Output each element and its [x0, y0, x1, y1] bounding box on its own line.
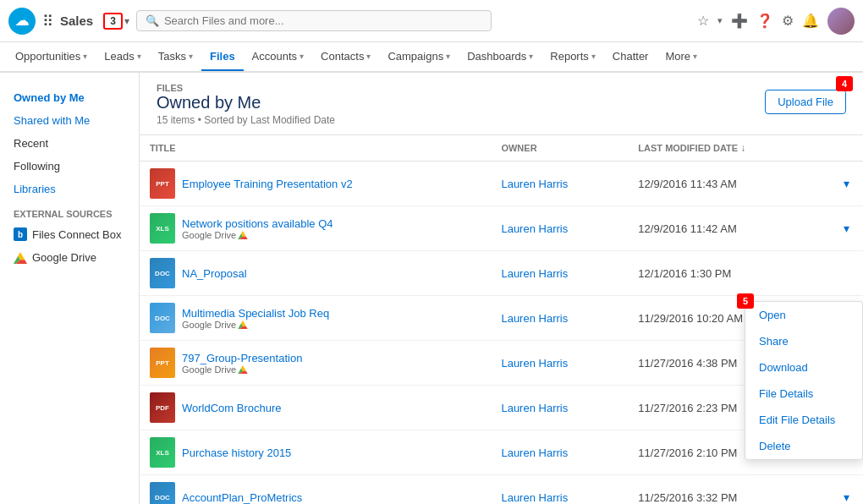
sidebar-files-connect-box[interactable]: b Files Connect Box [0, 222, 139, 246]
sidebar-item-recent[interactable]: Recent [0, 132, 139, 155]
chevron-down-icon: ▾ [300, 52, 304, 61]
file-owner[interactable]: Lauren Harris [501, 491, 568, 504]
content-header: FILES Owned by Me 15 items • Sorted by L… [140, 73, 863, 135]
file-name[interactable]: NA_Proposal [182, 267, 247, 280]
nav-contacts[interactable]: Contacts ▾ [312, 43, 379, 72]
chevron-down-icon: ▾ [137, 52, 141, 61]
sort-desc-icon: ↓ [740, 142, 745, 154]
file-name[interactable]: Multimedia Specialist Job Req [182, 307, 329, 320]
page-title: Owned by Me [157, 93, 335, 112]
google-drive-icon [14, 252, 27, 264]
sidebar-libraries[interactable]: Libraries [0, 178, 139, 200]
file-type-icon: XLS [150, 213, 175, 244]
search-bar[interactable]: 🔍 [136, 10, 492, 31]
sidebar-google-drive[interactable]: Google Drive [0, 246, 139, 269]
file-name[interactable]: AccountPlan_ProMetrics [182, 491, 302, 504]
file-date-cell: 12/1/2016 1:30 PM [628, 251, 829, 296]
file-type-icon: PPT [150, 168, 175, 199]
help-icon[interactable]: ❓ [756, 13, 773, 29]
nav-dashboards[interactable]: Dashboards ▾ [459, 43, 541, 72]
user-avatar[interactable] [827, 8, 855, 35]
file-cell: PDF WorldCom Brochure [150, 392, 481, 423]
file-name[interactable]: 797_Group-Presentation [182, 352, 302, 364]
file-title-cell: PPT Employee Training Presentation v2 [140, 162, 491, 206]
nav-files[interactable]: Files [201, 43, 244, 72]
table-row: PPT Employee Training Presentation v2 La… [140, 162, 863, 206]
nav-campaigns[interactable]: Campaigns ▾ [379, 43, 459, 72]
app-launcher[interactable]: ⠿ [42, 12, 53, 30]
file-owner-cell: Lauren Harris [491, 162, 628, 206]
star-icon[interactable]: ☆ [697, 13, 709, 29]
nav-accounts[interactable]: Accounts ▾ [244, 43, 312, 72]
chevron-down-icon: ▾ [83, 52, 87, 61]
context-menu-share[interactable]: Share [745, 328, 862, 354]
file-cell: DOC Multimedia Specialist Job Req Google… [150, 303, 481, 333]
file-owner[interactable]: Lauren Harris [501, 446, 568, 459]
file-name[interactable]: WorldCom Brochure [182, 402, 282, 414]
search-input[interactable] [164, 14, 482, 27]
file-title-group: Multimedia Specialist Job Req Google Dri… [182, 307, 329, 330]
file-date-cell: 11/25/2016 3:32 PM [628, 475, 829, 505]
nav-reports[interactable]: Reports ▾ [541, 43, 604, 72]
file-title-cell: DOC AccountPlan_ProMetrics [140, 475, 491, 505]
sidebar-item-owned-by-me[interactable]: Owned by Me [0, 86, 139, 109]
col-date[interactable]: LAST MODIFIED DATE ↓ [628, 135, 829, 162]
file-owner-cell: Lauren Harris [491, 341, 628, 386]
file-source: Google Drive [182, 320, 329, 330]
context-menu-download[interactable]: Download [745, 354, 862, 381]
file-title-group: WorldCom Brochure [182, 402, 282, 414]
add-icon[interactable]: ➕ [731, 13, 748, 29]
file-owner[interactable]: Lauren Harris [501, 357, 568, 370]
salesforce-logo[interactable]: ☁ [8, 8, 36, 35]
file-name[interactable]: Employee Training Presentation v2 [182, 178, 353, 190]
table-header-row: TITLE OWNER LAST MODIFIED DATE ↓ [140, 135, 863, 162]
nav-bar: Opportunities ▾ Leads ▾ Tasks ▾ Files Ac… [0, 42, 863, 73]
chevron-down-icon[interactable]: ▾ [844, 177, 849, 190]
nav-leads[interactable]: Leads ▾ [96, 43, 149, 72]
section-label: FILES [157, 83, 335, 93]
content-area: FILES Owned by Me 15 items • Sorted by L… [140, 73, 863, 504]
file-owner[interactable]: Lauren Harris [501, 312, 568, 325]
upload-area: 4 Upload File [765, 83, 846, 114]
file-title-cell: DOC Multimedia Specialist Job Req Google… [140, 296, 491, 341]
file-source: Google Drive [182, 230, 333, 240]
file-cell: XLS Network positions available Q4 Googl… [150, 213, 481, 244]
upload-file-button[interactable]: Upload File [765, 90, 846, 114]
row-dropdown[interactable]: ▾ [829, 162, 863, 206]
bell-icon[interactable]: 🔔 [802, 13, 819, 29]
file-name[interactable]: Purchase history 2015 [182, 446, 291, 459]
context-menu-edit-file-details[interactable]: Edit File Details [745, 407, 862, 433]
context-menu-open[interactable]: Open [745, 302, 862, 328]
chevron-down-icon[interactable]: ▾ [844, 490, 849, 504]
file-owner[interactable]: Lauren Harris [501, 222, 568, 235]
file-title-group: 797_Group-Presentation Google Drive [182, 352, 302, 375]
nav-chatter[interactable]: Chatter [604, 43, 657, 72]
file-name[interactable]: Network positions available Q4 [182, 217, 333, 230]
context-menu-file-details[interactable]: File Details [745, 381, 862, 407]
badge3-chevron[interactable]: ▾ [124, 15, 129, 27]
row-dropdown[interactable]: ▾ [829, 206, 863, 251]
file-owner[interactable]: Lauren Harris [501, 267, 568, 280]
file-title-cell: DOC NA_Proposal [140, 251, 491, 296]
sidebar-item-shared-with-me[interactable]: Shared with Me [0, 109, 139, 132]
badge-3-container: 3 ▾ [103, 13, 129, 30]
sidebar-item-following[interactable]: Following [0, 155, 139, 178]
settings-icon[interactable]: ⚙ [782, 13, 794, 29]
file-title-group: Network positions available Q4 Google Dr… [182, 217, 333, 240]
nav-opportunities[interactable]: Opportunities ▾ [7, 43, 96, 72]
star-dropdown-icon[interactable]: ▾ [717, 15, 723, 26]
file-date-cell: 12/9/2016 11:42 AM [628, 206, 829, 251]
chevron-down-icon[interactable]: ▾ [844, 222, 849, 235]
row-dropdown[interactable]: ▾ [829, 475, 863, 505]
file-type-icon: DOC [150, 303, 175, 333]
file-title-cell: XLS Network positions available Q4 Googl… [140, 206, 491, 251]
search-icon: 🔍 [146, 14, 159, 27]
file-owner[interactable]: Lauren Harris [501, 178, 568, 190]
file-owner[interactable]: Lauren Harris [501, 402, 568, 414]
nav-tasks[interactable]: Tasks ▾ [150, 43, 201, 72]
context-menu-delete[interactable]: Delete [745, 433, 862, 459]
external-sources-label: EXTERNAL SOURCES [0, 200, 139, 222]
nav-more[interactable]: More ▾ [657, 43, 706, 72]
file-title-group: Employee Training Presentation v2 [182, 178, 353, 190]
subtitle: 15 items • Sorted by Last Modified Date [157, 114, 335, 134]
